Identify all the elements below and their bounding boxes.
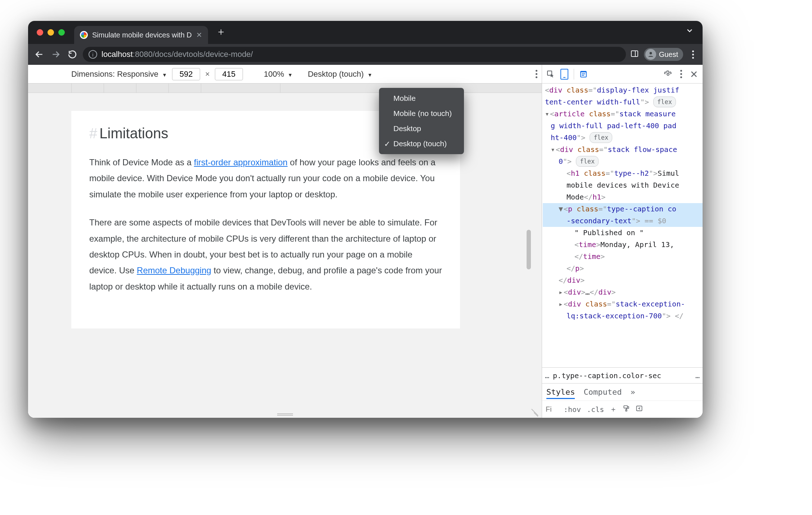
device-toolbar-menu[interactable] <box>536 70 537 78</box>
reload-button[interactable] <box>66 48 78 61</box>
elements-tab-icon[interactable] <box>578 69 588 79</box>
browser-window: Simulate mobile devices with D ✕ ＋ i <box>28 21 703 418</box>
chrome-favicon-icon <box>80 31 88 39</box>
toggle-device-mode-icon[interactable] <box>559 69 569 79</box>
browser-menu-button[interactable] <box>688 50 698 59</box>
titlebar: Simulate mobile devices with D ✕ ＋ <box>28 21 703 44</box>
url-text: localhost:8080/docs/devtools/device-mode… <box>102 50 253 59</box>
tabs-overflow-icon[interactable]: » <box>630 388 635 397</box>
back-button[interactable] <box>33 48 45 61</box>
minimize-window-button[interactable] <box>48 29 54 36</box>
menu-item-mobile[interactable]: Mobile <box>379 91 464 106</box>
devtools-panel: <div class="display-flex justif tent-cen… <box>542 65 703 418</box>
menu-item-desktop[interactable]: Desktop <box>379 121 464 136</box>
svg-rect-8 <box>582 75 584 76</box>
svg-rect-7 <box>582 73 585 74</box>
tab-styles[interactable]: Styles <box>546 388 575 399</box>
cls-button[interactable]: .cls <box>587 405 604 414</box>
crumb-selected[interactable]: p.type--caption.color-sec <box>553 371 661 380</box>
paragraph-2: There are some aspects of mobile devices… <box>89 215 442 295</box>
paragraph-1: Think of Device Mode as a first-order ap… <box>89 154 442 202</box>
avatar-icon <box>645 49 656 60</box>
styles-tabs: Styles Computed » <box>542 383 703 400</box>
side-panel-icon[interactable] <box>630 49 639 59</box>
close-window-button[interactable] <box>37 29 43 36</box>
address-bar[interactable]: i localhost:8080/docs/devtools/device-mo… <box>83 47 626 62</box>
svg-point-9 <box>667 73 669 75</box>
device-type-menu: Mobile Mobile (no touch) Desktop ✓Deskto… <box>379 88 464 154</box>
profile-label: Guest <box>659 50 678 59</box>
device-type-dropdown[interactable]: Desktop (touch) ▼ <box>306 70 374 79</box>
width-input[interactable] <box>172 68 200 80</box>
simulated-viewport: #Limitations Think of Device Mode as a f… <box>28 93 542 418</box>
forward-button[interactable] <box>50 48 62 61</box>
svg-rect-12 <box>624 406 628 408</box>
new-tab-button[interactable]: ＋ <box>216 25 226 40</box>
ruler <box>28 84 542 93</box>
svg-rect-13 <box>626 409 627 411</box>
computed-panel-icon[interactable] <box>636 405 643 414</box>
svg-rect-14 <box>637 406 642 411</box>
height-input[interactable] <box>215 68 243 80</box>
svg-point-4 <box>649 52 652 54</box>
menu-item-mobile-no-touch[interactable]: Mobile (no touch) <box>379 106 464 121</box>
crumb-overflow-right-icon[interactable]: … <box>695 371 700 380</box>
svg-rect-2 <box>631 51 638 57</box>
styles-filter-input[interactable] <box>546 405 558 414</box>
link-first-order[interactable]: first-order approximation <box>194 157 288 167</box>
devtools-toolbar <box>542 65 703 84</box>
inspect-element-icon[interactable] <box>546 69 556 79</box>
checkmark-icon: ✓ <box>384 140 391 148</box>
dimensions-dropdown[interactable]: Dimensions: Responsive ▼ <box>71 70 167 79</box>
dimension-separator: × <box>205 70 210 79</box>
close-devtools-button[interactable] <box>689 69 699 79</box>
browser-toolbar: i localhost:8080/docs/devtools/device-mo… <box>28 44 703 65</box>
maximize-window-button[interactable] <box>58 29 65 36</box>
window-controls <box>37 29 65 36</box>
paint-icon[interactable] <box>623 405 630 414</box>
tab-search-button[interactable] <box>685 26 694 39</box>
devtools-menu-button[interactable] <box>677 70 685 78</box>
close-tab-button[interactable]: ✕ <box>196 31 202 39</box>
elements-tree[interactable]: <div class="display-flex justif tent-cen… <box>542 84 703 367</box>
link-remote-debugging[interactable]: Remote Debugging <box>137 265 211 275</box>
device-toolbar: Dimensions: Responsive ▼ × 100% ▼ Deskto… <box>28 65 542 84</box>
resize-handle-bottom[interactable] <box>277 413 293 416</box>
tab-computed[interactable]: Computed <box>583 388 622 397</box>
tab-title: Simulate mobile devices with D <box>92 31 192 39</box>
breadcrumb[interactable]: … p.type--caption.color-sec … <box>542 367 703 383</box>
profile-chip[interactable]: Guest <box>644 48 683 61</box>
new-style-rule-icon[interactable]: ＋ <box>610 404 617 414</box>
settings-icon[interactable] <box>663 69 673 79</box>
menu-item-desktop-touch[interactable]: ✓Desktop (touch) <box>379 136 464 151</box>
site-info-icon[interactable]: i <box>89 50 97 59</box>
zoom-dropdown[interactable]: 100% ▼ <box>262 70 294 79</box>
heading-anchor-icon[interactable]: # <box>89 125 97 141</box>
crumb-overflow-icon[interactable]: … <box>545 371 549 380</box>
styles-toolbar: :hov .cls ＋ <box>542 400 703 418</box>
hov-button[interactable]: :hov <box>564 405 581 414</box>
browser-tab[interactable]: Simulate mobile devices with D ✕ <box>74 26 208 44</box>
scrollbar-thumb[interactable] <box>527 230 531 269</box>
resize-handle-corner[interactable] <box>531 407 540 416</box>
